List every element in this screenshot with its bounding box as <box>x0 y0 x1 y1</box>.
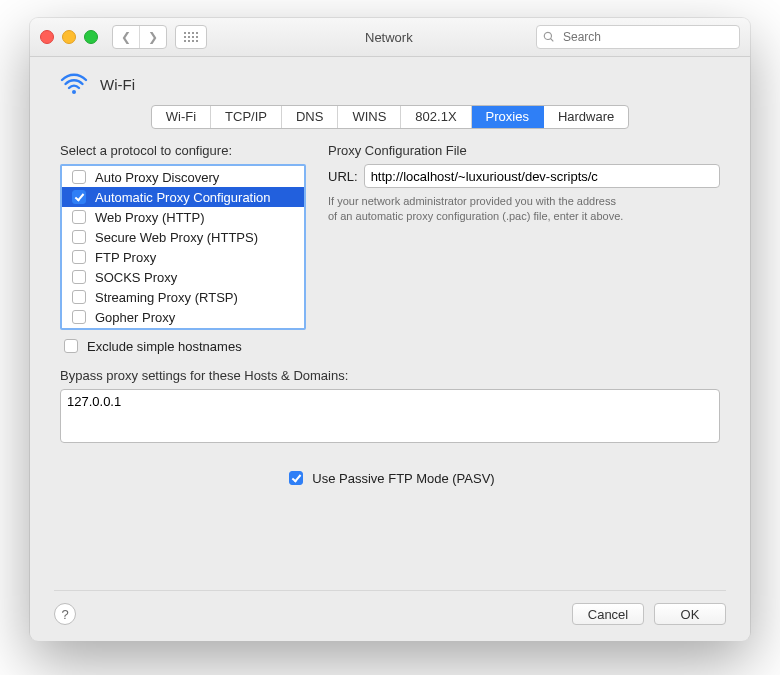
proxy-config-help: If your network administrator provided y… <box>328 194 628 224</box>
pasv-checkbox[interactable]: Use Passive FTP Mode (PASV) <box>54 468 726 488</box>
footer: ? Cancel OK <box>54 590 726 625</box>
protocol-list-title: Select a protocol to configure: <box>60 143 306 158</box>
grid-icon <box>184 32 198 42</box>
tab-wifi[interactable]: Wi-Fi <box>152 106 211 128</box>
tab-8021x[interactable]: 802.1X <box>401 106 471 128</box>
window-controls <box>40 30 98 44</box>
protocol-label: Secure Web Proxy (HTTPS) <box>95 230 258 245</box>
titlebar: ❮ ❯ Network <box>30 18 750 57</box>
protocol-checkbox[interactable] <box>72 310 86 324</box>
url-input[interactable] <box>364 164 720 188</box>
protocol-item[interactable]: FTP Proxy <box>62 247 304 267</box>
protocol-item[interactable]: Gopher Proxy <box>62 307 304 327</box>
protocol-label: SOCKS Proxy <box>95 270 177 285</box>
protocol-list[interactable]: Auto Proxy DiscoveryAutomatic Proxy Conf… <box>60 164 306 330</box>
show-all-button[interactable] <box>175 25 207 49</box>
protocol-item[interactable]: Secure Web Proxy (HTTPS) <box>62 227 304 247</box>
protocol-item[interactable]: Web Proxy (HTTP) <box>62 207 304 227</box>
tab-wins[interactable]: WINS <box>338 106 401 128</box>
protocol-label: Gopher Proxy <box>95 310 175 325</box>
proxy-config-title: Proxy Configuration File <box>328 143 720 158</box>
help-button[interactable]: ? <box>54 603 76 625</box>
nav-back-forward: ❮ ❯ <box>112 25 167 49</box>
interface-name: Wi-Fi <box>100 76 135 93</box>
minimize-icon[interactable] <box>62 30 76 44</box>
pasv-label: Use Passive FTP Mode (PASV) <box>312 471 494 486</box>
tab-proxies[interactable]: Proxies <box>472 106 544 128</box>
tab-dns[interactable]: DNS <box>282 106 338 128</box>
protocol-checkbox[interactable] <box>72 230 86 244</box>
protocol-item[interactable]: SOCKS Proxy <box>62 267 304 287</box>
zoom-icon[interactable] <box>84 30 98 44</box>
protocol-label: Web Proxy (HTTP) <box>95 210 205 225</box>
protocol-checkbox[interactable] <box>72 250 86 264</box>
bypass-textarea[interactable] <box>60 389 720 443</box>
search-field[interactable] <box>536 25 740 49</box>
protocol-item[interactable]: Automatic Proxy Configuration <box>62 187 304 207</box>
preferences-window: ❮ ❯ Network <box>30 18 750 640</box>
cancel-button[interactable]: Cancel <box>572 603 644 625</box>
pasv-input[interactable] <box>289 471 303 485</box>
bypass-title: Bypass proxy settings for these Hosts & … <box>60 368 720 383</box>
exclude-hostnames-input[interactable] <box>64 339 78 353</box>
protocol-checkbox[interactable] <box>72 270 86 284</box>
svg-point-0 <box>72 90 76 94</box>
protocol-label: Streaming Proxy (RTSP) <box>95 290 238 305</box>
pane: Wi-Fi Wi-FiTCP/IPDNSWINS802.1XProxiesHar… <box>30 57 750 641</box>
tab-tcpip[interactable]: TCP/IP <box>211 106 282 128</box>
protocol-label: Automatic Proxy Configuration <box>95 190 271 205</box>
url-label: URL: <box>328 169 358 184</box>
search-icon <box>543 31 555 43</box>
protocol-checkbox[interactable] <box>72 290 86 304</box>
exclude-hostnames-checkbox[interactable]: Exclude simple hostnames <box>60 336 306 356</box>
ok-button[interactable]: OK <box>654 603 726 625</box>
wifi-icon <box>60 73 88 95</box>
protocol-item[interactable]: Auto Proxy Discovery <box>62 167 304 187</box>
back-button[interactable]: ❮ <box>113 26 140 48</box>
protocol-label: Auto Proxy Discovery <box>95 170 219 185</box>
protocol-checkbox[interactable] <box>72 190 86 204</box>
tab-bar: Wi-FiTCP/IPDNSWINS802.1XProxiesHardware <box>151 105 630 129</box>
interface-header: Wi-Fi <box>60 73 726 95</box>
tab-hardware[interactable]: Hardware <box>544 106 628 128</box>
search-input[interactable] <box>561 29 733 45</box>
window-title: Network <box>365 30 413 45</box>
protocol-checkbox[interactable] <box>72 170 86 184</box>
protocol-label: FTP Proxy <box>95 250 156 265</box>
protocol-item[interactable]: Streaming Proxy (RTSP) <box>62 287 304 307</box>
protocol-checkbox[interactable] <box>72 210 86 224</box>
close-icon[interactable] <box>40 30 54 44</box>
forward-button[interactable]: ❯ <box>140 26 166 48</box>
exclude-hostnames-label: Exclude simple hostnames <box>87 339 242 354</box>
